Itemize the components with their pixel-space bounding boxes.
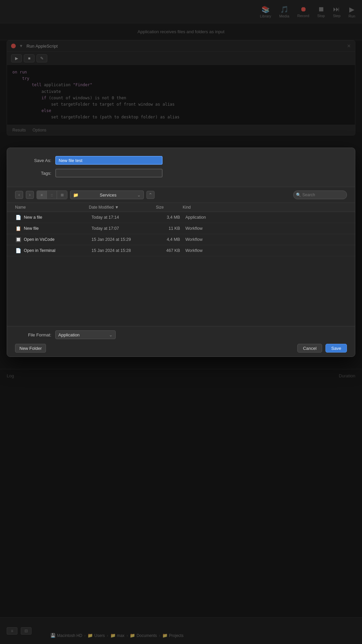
location-name: Services bbox=[100, 193, 117, 198]
grid-view-btn[interactable]: :: bbox=[47, 191, 57, 199]
file-name: Open in VsCode bbox=[24, 237, 92, 242]
table-row[interactable]: 🔲 Open in VsCode 15 Jan 2024 at 15:29 4,… bbox=[7, 234, 355, 245]
file-icon: 📄 bbox=[15, 214, 21, 220]
file-size: 11 KB bbox=[159, 226, 185, 231]
location-icon: 📁 bbox=[73, 193, 78, 198]
save-as-input[interactable] bbox=[55, 156, 163, 165]
save-as-row: Save As: bbox=[15, 156, 347, 165]
empty-area bbox=[7, 279, 355, 326]
location-selector[interactable]: 📁 Services ⌄ bbox=[70, 191, 144, 199]
file-icon: 📋 bbox=[15, 225, 21, 231]
table-row[interactable]: 📄 New a file Today at 17:14 3,4 MB Appli… bbox=[7, 212, 355, 223]
forward-button[interactable]: › bbox=[26, 191, 34, 199]
save-dialog: Save As: Tags: ‹ › ≡ :: ⊞ 📁 Services ⌄ ⌃… bbox=[7, 148, 355, 357]
chevron-down-icon: ⌄ bbox=[109, 332, 113, 337]
file-size: 467 KB bbox=[159, 248, 185, 253]
file-name: New file bbox=[24, 226, 92, 231]
col-name-header[interactable]: Name bbox=[15, 205, 89, 210]
save-button[interactable]: Save bbox=[325, 344, 347, 353]
search-wrapper: 🔍 bbox=[293, 191, 347, 199]
col-kind-header[interactable]: Kind bbox=[183, 205, 347, 210]
file-kind: Application bbox=[185, 215, 347, 220]
file-date: 15 Jan 2024 at 15:29 bbox=[92, 237, 159, 242]
tags-label: Tags: bbox=[15, 171, 55, 176]
sort-icon: ▼ bbox=[115, 205, 119, 210]
file-icon: 📄 bbox=[15, 248, 21, 254]
tags-row: Tags: bbox=[15, 169, 347, 177]
file-name: New a file bbox=[24, 215, 92, 220]
col-date-header[interactable]: Date Modified ▼ bbox=[89, 205, 156, 210]
file-format-label: File Format: bbox=[15, 332, 55, 337]
back-button[interactable]: ‹ bbox=[15, 191, 23, 199]
table-row[interactable]: 📄 Open in Terminal 15 Jan 2024 at 15:28 … bbox=[7, 245, 355, 256]
grid-view-btn2[interactable]: ⊞ bbox=[57, 191, 67, 199]
file-format-select[interactable]: Application ⌄ bbox=[55, 330, 116, 339]
tags-input[interactable] bbox=[55, 169, 163, 177]
file-size: 3,4 MB bbox=[159, 215, 185, 220]
file-date: Today at 17:07 bbox=[92, 226, 159, 231]
col-size-header[interactable]: Size bbox=[156, 205, 183, 210]
search-input[interactable] bbox=[293, 191, 347, 199]
file-format-value: Application bbox=[58, 332, 80, 337]
file-date: 15 Jan 2024 at 15:28 bbox=[92, 248, 159, 253]
file-kind: Workflow bbox=[185, 237, 347, 242]
file-format-row: File Format: Application ⌄ bbox=[15, 330, 347, 339]
list-view-btn[interactable]: ≡ bbox=[37, 191, 47, 199]
file-list: 📄 New a file Today at 17:14 3,4 MB Appli… bbox=[7, 212, 355, 279]
file-icon: 🔲 bbox=[15, 236, 21, 243]
file-name: Open in Terminal bbox=[24, 248, 92, 253]
dialog-bottom: File Format: Application ⌄ New Folder Ca… bbox=[7, 326, 355, 357]
table-row[interactable]: 📋 New file Today at 17:07 11 KB Workflow bbox=[7, 223, 355, 234]
file-size: 4,4 MB bbox=[159, 237, 185, 242]
file-list-header: Name Date Modified ▼ Size Kind bbox=[7, 203, 355, 212]
file-kind: Workflow bbox=[185, 248, 347, 253]
dialog-body: Save As: Tags: bbox=[7, 148, 355, 187]
dialog-actions: New Folder Cancel Save bbox=[15, 344, 347, 353]
view-toggle: ≡ :: ⊞ bbox=[37, 191, 67, 199]
save-as-label: Save As: bbox=[15, 158, 55, 163]
location-bar: ‹ › ≡ :: ⊞ 📁 Services ⌄ ⌃ 🔍 bbox=[7, 187, 355, 203]
new-folder-button[interactable]: New Folder bbox=[15, 344, 46, 353]
cancel-button[interactable]: Cancel bbox=[297, 344, 322, 353]
file-date: Today at 17:14 bbox=[92, 215, 159, 220]
action-buttons: Cancel Save bbox=[297, 344, 347, 353]
chevron-down-icon: ⌄ bbox=[137, 193, 141, 198]
expand-button[interactable]: ⌃ bbox=[146, 191, 155, 199]
file-kind: Workflow bbox=[185, 226, 347, 231]
